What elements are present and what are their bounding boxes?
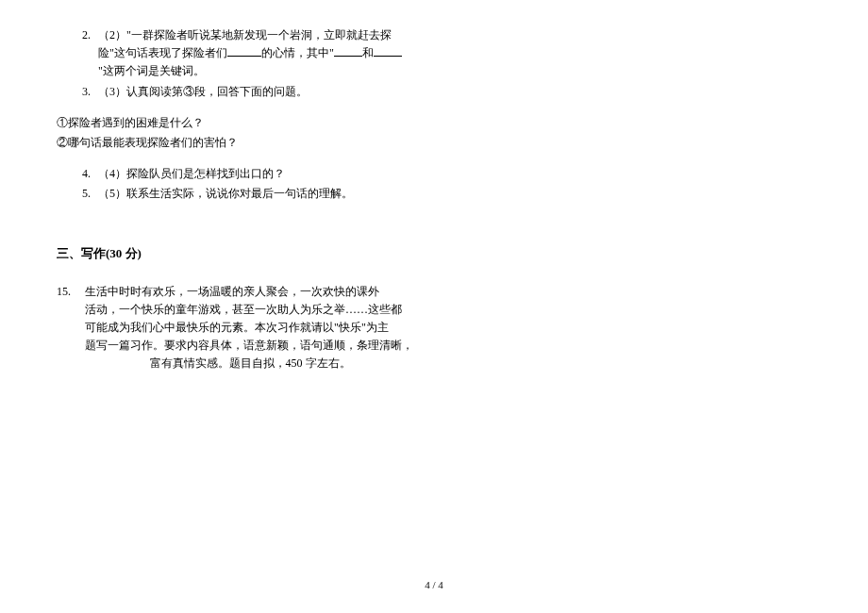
essay-text-4: 题写一篇习作。要求内容具体，语意新颖，语句通顺，条理清晰，: [57, 337, 415, 355]
question-5-text: （5）联系生活实际，说说你对最后一句话的理解。: [98, 185, 415, 203]
essay-number: 15.: [57, 283, 85, 301]
essay-line-1: 15. 生活中时时有欢乐，一场温暖的亲人聚会，一次欢快的课外: [57, 283, 415, 301]
q2-part-d: "这两个词是关键词。: [98, 64, 205, 77]
blank-fill: [334, 45, 362, 57]
blank-fill: [374, 45, 402, 57]
question-2: 2. （2）"一群探险者听说某地新发现一个岩洞，立即就赶去探险"这句话表现了探险…: [57, 26, 415, 81]
sub-question-1: ①探险者遇到的困难是什么？: [57, 114, 415, 132]
q2-part-c: 和: [362, 46, 374, 59]
question-2-text: （2）"一群探险者听说某地新发现一个岩洞，立即就赶去探险"这句话表现了探险者们的…: [98, 26, 415, 81]
essay-text-2: 活动，一个快乐的童年游戏，甚至一次助人为乐之举……这些都: [57, 301, 415, 319]
page-footer: 4 / 4: [0, 579, 868, 590]
essay-text-1: 生活中时时有欢乐，一场温暖的亲人聚会，一次欢快的课外: [85, 283, 415, 301]
section-heading: 三、写作(30 分): [57, 245, 415, 262]
essay-text-5: 富有真情实感。题目自拟，450 字左右。: [57, 355, 415, 373]
list-number: 5.: [57, 185, 98, 203]
essay-question: 15. 生活中时时有欢乐，一场温暖的亲人聚会，一次欢快的课外 活动，一个快乐的童…: [57, 283, 415, 373]
question-3: 3. （3）认真阅读第③段，回答下面的问题。: [57, 83, 415, 101]
list-number: 3.: [57, 83, 98, 101]
page-number: 4 / 4: [425, 579, 443, 590]
list-number: 2.: [57, 26, 98, 81]
content-area: 2. （2）"一群探险者听说某地新发现一个岩洞，立即就赶去探险"这句话表现了探险…: [57, 26, 415, 373]
sub-question-2: ②哪句话最能表现探险者们的害怕？: [57, 134, 415, 152]
question-4: 4. （4）探险队员们是怎样找到出口的？: [57, 165, 415, 183]
blank-fill: [227, 45, 261, 57]
list-number: 4.: [57, 165, 98, 183]
sub-questions: ①探险者遇到的困难是什么？ ②哪句话最能表现探险者们的害怕？: [57, 114, 415, 152]
q2-part-b: 的心情，其中": [261, 46, 334, 59]
essay-text-3: 可能成为我们心中最快乐的元素。本次习作就请以"快乐"为主: [57, 319, 415, 337]
question-5: 5. （5）联系生活实际，说说你对最后一句话的理解。: [57, 185, 415, 203]
question-4-text: （4）探险队员们是怎样找到出口的？: [98, 165, 415, 183]
question-3-text: （3）认真阅读第③段，回答下面的问题。: [98, 83, 415, 101]
